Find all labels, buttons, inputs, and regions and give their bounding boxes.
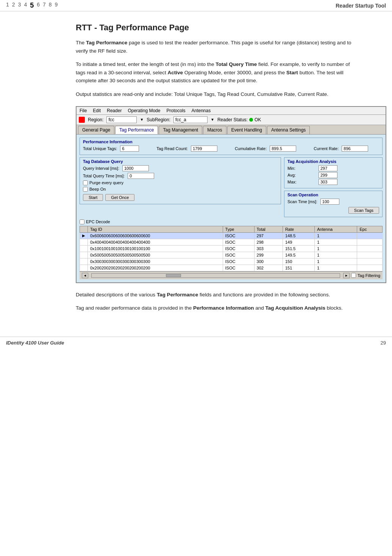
page-title: RTT - Tag Performance Page bbox=[76, 23, 369, 33]
col-arrow bbox=[80, 226, 88, 232]
purge-every-query-checkbox[interactable] bbox=[83, 180, 88, 185]
tag-table: Tag ID Type Total Rate Antenna Epc ▶ 0x6… bbox=[80, 226, 383, 271]
col-antenna: Antenna bbox=[315, 226, 357, 232]
subregion-dropdown-arrow[interactable]: ▼ bbox=[211, 117, 214, 122]
tag-filtering-label: Tag Filtering bbox=[358, 273, 380, 278]
scan-btn-row: Scan Tags bbox=[287, 207, 379, 214]
table-row[interactable]: ▶ 0x600600600600600600600600 ISOC 297 14… bbox=[80, 232, 383, 239]
scan-tags-button[interactable]: Scan Tags bbox=[348, 207, 379, 214]
row-tag-id: 0x300300300300300300300300 bbox=[88, 258, 223, 265]
tab-macros[interactable]: Macros bbox=[203, 126, 226, 134]
page-num-4[interactable]: 4 bbox=[24, 2, 27, 9]
page-num-5-current[interactable]: 5 bbox=[30, 2, 34, 9]
tab-tag-management[interactable]: Tag Management bbox=[159, 126, 202, 134]
subregion-input[interactable] bbox=[173, 116, 208, 123]
total-query-time-input[interactable] bbox=[128, 173, 154, 179]
beep-on-label: Beep On bbox=[89, 187, 106, 191]
row-epc bbox=[357, 239, 383, 245]
page-num-8[interactable]: 8 bbox=[49, 2, 52, 9]
row-antenna: 1 bbox=[315, 265, 357, 271]
page-num-7[interactable]: 7 bbox=[43, 2, 46, 9]
page-header: 1 2 3 4 5 6 7 8 9 Reader Startup Tool bbox=[0, 0, 392, 11]
row-rate: 151 bbox=[283, 265, 314, 271]
menu-antennas[interactable]: Antennas bbox=[191, 108, 211, 113]
row-rate: 149.5 bbox=[283, 252, 314, 258]
row-total: 298 bbox=[254, 239, 283, 245]
row-type: ISOC bbox=[223, 239, 254, 245]
tag-db-query-title: Tag Database Query bbox=[83, 159, 278, 164]
page-footer: IDentity 4100 User Guide 29 bbox=[0, 337, 392, 349]
scroll-right-btn[interactable]: ► bbox=[343, 273, 350, 278]
menu-file[interactable]: File bbox=[80, 108, 87, 113]
col-total: Total bbox=[254, 226, 283, 232]
menu-operating-mode[interactable]: Operating Mode bbox=[128, 108, 160, 113]
page-num-1[interactable]: 1 bbox=[6, 2, 9, 9]
tab-antenna-settings[interactable]: Antenna Settings bbox=[267, 126, 310, 134]
row-epc bbox=[357, 232, 383, 239]
row-rate: 148.5 bbox=[283, 232, 314, 239]
current-rate-input[interactable] bbox=[342, 146, 368, 152]
menu-edit[interactable]: Edit bbox=[93, 108, 101, 113]
row-rate: 150 bbox=[283, 258, 314, 265]
menu-protocols[interactable]: Protocols bbox=[166, 108, 185, 113]
total-query-time-row: Total Query Time [ms]: bbox=[83, 173, 278, 179]
inner-panel: Performance Information Total Unique Tag… bbox=[77, 135, 386, 282]
min-label: Min: bbox=[287, 166, 316, 171]
total-unique-tags-label: Total Unique Tags: bbox=[83, 146, 117, 151]
query-interval-input[interactable] bbox=[122, 165, 149, 171]
scroll-left-btn[interactable]: ◄ bbox=[82, 273, 88, 278]
table-row[interactable]: 0x300300300300300300300300 ISOC 300 150 … bbox=[80, 258, 383, 265]
right-col: Tag Acquisition Analysis Min: Avg: Max: bbox=[284, 157, 383, 219]
row-arrow bbox=[80, 258, 88, 265]
performance-info-title: Performance Information bbox=[83, 139, 379, 144]
purge-every-query-row: Purge every query bbox=[83, 180, 278, 185]
get-once-button[interactable]: Get Once bbox=[105, 194, 134, 201]
page-num-3[interactable]: 3 bbox=[18, 2, 21, 9]
avg-label: Avg: bbox=[287, 173, 316, 177]
table-row[interactable]: 0x100100100100100100100100 ISOC 303 151.… bbox=[80, 245, 383, 252]
tag-read-count-input[interactable] bbox=[191, 146, 217, 152]
row-antenna: 1 bbox=[315, 258, 357, 265]
page-num-6[interactable]: 6 bbox=[37, 2, 40, 9]
footer-para-1: Detailed descriptions of the various Tag… bbox=[76, 291, 356, 299]
beep-on-checkbox[interactable] bbox=[83, 187, 88, 192]
row-tag-id: 0x400400400400400400400400 bbox=[88, 239, 223, 245]
table-row[interactable]: 0x400400400400400400400400 ISOC 298 149 … bbox=[80, 239, 383, 245]
tab-tag-performance[interactable]: Tag Performance bbox=[115, 126, 158, 134]
start-button[interactable]: Start bbox=[83, 194, 103, 201]
cumulative-rate-input[interactable] bbox=[270, 146, 296, 152]
min-input[interactable] bbox=[319, 165, 337, 171]
total-unique-tags-input[interactable] bbox=[120, 146, 139, 152]
horizontal-scrollbar[interactable] bbox=[91, 273, 340, 278]
row-arrow bbox=[80, 252, 88, 258]
query-interval-label: Query Interval [ms]: bbox=[83, 166, 119, 171]
row-tag-id: 0x500500500500500500500500 bbox=[88, 252, 223, 258]
region-input[interactable] bbox=[106, 116, 137, 123]
epc-decode-checkbox[interactable] bbox=[80, 219, 84, 224]
scan-time-input[interactable] bbox=[320, 199, 339, 205]
row-arrow bbox=[80, 239, 88, 245]
page-num-2[interactable]: 2 bbox=[12, 2, 15, 9]
performance-information-section: Performance Information Total Unique Tag… bbox=[80, 138, 383, 155]
max-label: Max: bbox=[287, 180, 316, 184]
scan-time-label: Scan Time [ms]: bbox=[287, 199, 317, 204]
avg-input[interactable] bbox=[319, 172, 337, 178]
tab-event-handling[interactable]: Event Handling bbox=[227, 126, 266, 134]
app-title: Reader Startup Tool bbox=[336, 3, 386, 9]
page-num-9[interactable]: 9 bbox=[55, 2, 58, 9]
region-dropdown-arrow[interactable]: ▼ bbox=[140, 117, 144, 122]
total-query-time-label: Total Query Time [ms]: bbox=[83, 174, 125, 178]
tag-db-query-section: Tag Database Query Query Interval [ms]: … bbox=[80, 157, 281, 204]
row-arrow: ▶ bbox=[80, 232, 88, 239]
row-total: 300 bbox=[254, 258, 283, 265]
table-row[interactable]: 0x200200200200200200200200 ISOC 302 151 … bbox=[80, 265, 383, 271]
scan-operation-section: Scan Operation Scan Time [ms]: Scan Tags bbox=[284, 191, 383, 217]
tag-filtering-checkbox[interactable] bbox=[351, 273, 356, 278]
row-rate: 149 bbox=[283, 239, 314, 245]
table-row[interactable]: 0x500500500500500500500500 ISOC 299 149.… bbox=[80, 252, 383, 258]
body-para-3: Output statistics are read-only and incl… bbox=[76, 90, 356, 99]
menu-reader[interactable]: Reader bbox=[107, 108, 122, 113]
max-input[interactable] bbox=[319, 179, 337, 185]
tab-general-page[interactable]: General Page bbox=[78, 126, 114, 134]
scrollbar-area: ◄ ► bbox=[82, 273, 350, 278]
